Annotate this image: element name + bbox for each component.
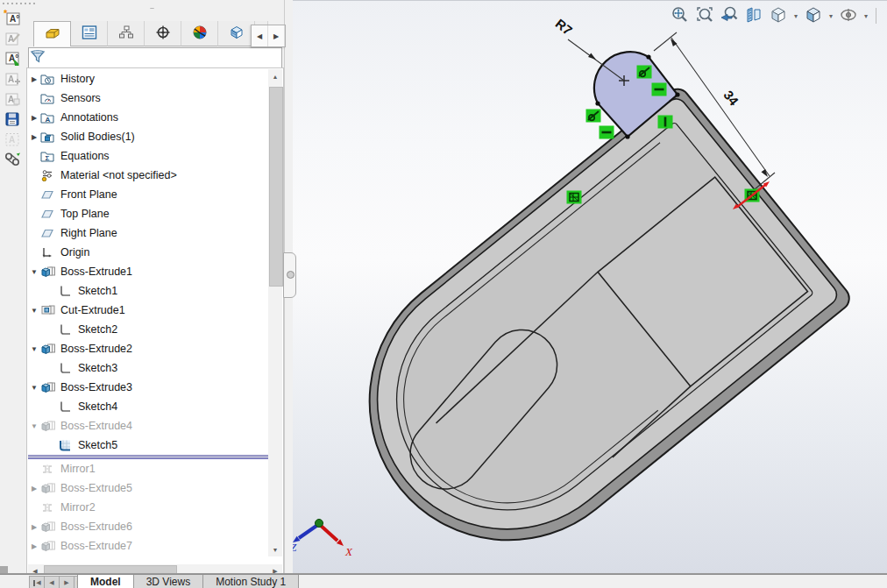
tab-displaymanager[interactable] xyxy=(181,21,218,46)
note-ref-icon: A xyxy=(4,90,21,110)
tree-item-sketch3[interactable]: Sketch3 xyxy=(28,358,268,378)
toolbar-grip-icon[interactable] xyxy=(3,3,35,4)
expand-arrow-icon[interactable]: ▶ xyxy=(28,114,40,122)
dim-arrowhead xyxy=(671,39,678,46)
tree-vertical-scrollbar[interactable]: ▲ ▼ xyxy=(268,69,282,556)
tree-item-origin[interactable]: Origin xyxy=(28,243,268,262)
display-style-button[interactable] xyxy=(802,4,825,27)
tree-item-boss-extrude6[interactable]: ▶Boss-Extrude6 xyxy=(28,517,268,536)
tangent-relation-badge[interactable] xyxy=(637,66,652,79)
tangent-relation-badge[interactable] xyxy=(586,110,601,123)
belt-chain-button[interactable] xyxy=(2,151,23,170)
tab-scroll-right-icon[interactable]: ▶ xyxy=(268,25,285,46)
tree-item-mirror1[interactable]: Mirror1 xyxy=(28,459,268,478)
vertical-scrollbar-thumb[interactable] xyxy=(269,87,283,287)
tree-item-history[interactable]: ▶History xyxy=(28,69,268,89)
tab-dimxpertmanager[interactable] xyxy=(145,21,181,46)
previous-tab-button[interactable]: ◀ xyxy=(44,576,60,588)
tree-item-boss-extrude4[interactable]: ▼Boss-Extrude4 xyxy=(28,416,268,436)
tree-item-boss-extrude3[interactable]: ▼Boss-Extrude3 xyxy=(28,378,268,397)
expand-arrow-icon[interactable]: ▶ xyxy=(28,485,40,492)
tree-filter-input[interactable] xyxy=(46,49,281,67)
expand-arrow-icon[interactable]: ▼ xyxy=(28,422,40,430)
tree-filter xyxy=(28,47,282,68)
expand-arrow-icon[interactable]: ▶ xyxy=(28,523,40,531)
tree-item-label: Sensors xyxy=(60,92,101,104)
tree-item-cut-extrude1[interactable]: ▼Cut-Extrude1 xyxy=(28,301,268,320)
boss-extrude-icon xyxy=(40,520,56,534)
tree-item-right-plane[interactable]: Right Plane xyxy=(28,223,268,243)
tab-label: Motion Study 1 xyxy=(216,576,286,588)
tab-configurationmanager[interactable] xyxy=(108,21,145,46)
display-style-dropdown-icon[interactable]: ▾ xyxy=(827,12,835,20)
expand-arrow-icon[interactable]: ▶ xyxy=(28,75,40,83)
scroll-up-icon[interactable]: ▲ xyxy=(268,69,282,83)
first-tab-button[interactable]: ◀ xyxy=(29,576,45,588)
tree-item-label: Sketch3 xyxy=(78,362,117,374)
horizontal-relation-badge[interactable] xyxy=(652,83,667,96)
vertical-relation-badge[interactable] xyxy=(658,116,673,129)
expand-arrow-icon[interactable]: ▶ xyxy=(28,133,40,141)
expand-arrow-icon[interactable]: ▼ xyxy=(28,268,40,276)
tab-featuremanager-design-tree[interactable] xyxy=(33,21,71,46)
svg-text:A: A xyxy=(9,135,15,145)
part-icon xyxy=(44,25,61,44)
zoom-fit-icon xyxy=(671,5,690,27)
new-note-button[interactable]: A°* xyxy=(2,10,23,29)
tree-item-sketch5[interactable]: Sketch5 xyxy=(28,436,268,455)
view-orientation-button[interactable] xyxy=(767,4,790,27)
tree-item-equations[interactable]: ΣEquations xyxy=(28,146,268,166)
tree-item-front-plane[interactable]: Front Plane xyxy=(28,185,268,204)
zoom-to-area-button[interactable] xyxy=(693,4,716,27)
tab-motion-study-1[interactable]: Motion Study 1 xyxy=(203,575,299,588)
tree-item-annotations[interactable]: ▶AAnnotations xyxy=(28,108,268,127)
graphics-area[interactable]: R7 34 Z X ▾▾▾ xyxy=(293,0,887,575)
panel-splitter-grip[interactable] xyxy=(283,252,296,298)
tree-item-boss-extrude1[interactable]: ▼Boss-Extrude1 xyxy=(28,262,268,281)
tree-item-mirror2[interactable]: Mirror2 xyxy=(28,498,268,517)
tree-item-label: Boss-Extrude7 xyxy=(60,540,132,552)
tab-3d-views[interactable]: 3D Views xyxy=(134,575,203,588)
zoom-to-fit-button[interactable] xyxy=(669,4,692,27)
tree-item-sketch1[interactable]: Sketch1 xyxy=(28,281,268,301)
save-table-button[interactable] xyxy=(2,110,23,130)
tree-item-top-plane[interactable]: Top Plane xyxy=(28,204,268,223)
origin-icon xyxy=(40,245,56,259)
tab-cam-manager[interactable] xyxy=(218,21,255,46)
tree-item-material-not-specified[interactable]: Material <not specified> xyxy=(28,166,268,185)
section-view-icon xyxy=(744,5,763,27)
tree-item-sketch4[interactable]: Sketch4 xyxy=(28,397,268,416)
headsup-view-toolbar: ▾▾▾ xyxy=(669,4,876,27)
tree-item-boss-extrude2[interactable]: ▼Boss-Extrude2 xyxy=(28,339,268,358)
tab-scroll-left-icon[interactable]: ◀ xyxy=(252,25,268,46)
hide-show-items-dropdown-icon[interactable]: ▾ xyxy=(862,12,870,20)
annotation-toolbar: A°*AA°AAA xyxy=(0,9,25,574)
scroll-down-icon[interactable]: ▼ xyxy=(268,542,282,556)
expand-arrow-icon[interactable]: ▼ xyxy=(28,384,40,392)
insert-note-button[interactable]: A° xyxy=(2,50,23,69)
expand-arrow-icon[interactable]: ▼ xyxy=(28,307,40,315)
view-orientation-dropdown-icon[interactable]: ▾ xyxy=(791,12,800,20)
orientation-triad[interactable]: Z X xyxy=(293,520,353,559)
tree-item-sensors[interactable]: Sensors xyxy=(28,89,268,108)
tree-item-solid-bodies-1[interactable]: ▶Solid Bodies(1) xyxy=(28,127,268,146)
add-note-button: A xyxy=(2,70,23,89)
part-body[interactable] xyxy=(313,84,854,575)
note-dashed-icon: A xyxy=(4,131,21,151)
tree-item-label: Front Plane xyxy=(60,188,117,201)
expand-arrow-icon[interactable]: ▼ xyxy=(28,345,40,353)
horizontal-relation-badge[interactable] xyxy=(600,126,614,139)
tab-model[interactable]: Model xyxy=(77,575,134,588)
tree-item-boss-extrude5[interactable]: ▶Boss-Extrude5 xyxy=(28,478,268,498)
on-edge-relation-badge[interactable] xyxy=(567,191,582,204)
expand-arrow-icon[interactable]: ▶ xyxy=(28,542,40,550)
tree-item-boss-extrude7[interactable]: ▶Boss-Extrude7 xyxy=(28,536,268,556)
tree-item-sketch2[interactable]: Sketch2 xyxy=(28,320,268,339)
hide-show-items-button[interactable] xyxy=(837,4,860,27)
boss-extrude-icon xyxy=(40,419,56,433)
previous-view-button[interactable] xyxy=(718,4,741,27)
section-view-button[interactable] xyxy=(742,4,765,27)
tab-propertymanager[interactable] xyxy=(71,21,108,46)
next-tab-button[interactable]: ▶ xyxy=(59,576,75,588)
feature-tree: ▶HistorySensors▶AAnnotations▶Solid Bodie… xyxy=(28,69,268,556)
